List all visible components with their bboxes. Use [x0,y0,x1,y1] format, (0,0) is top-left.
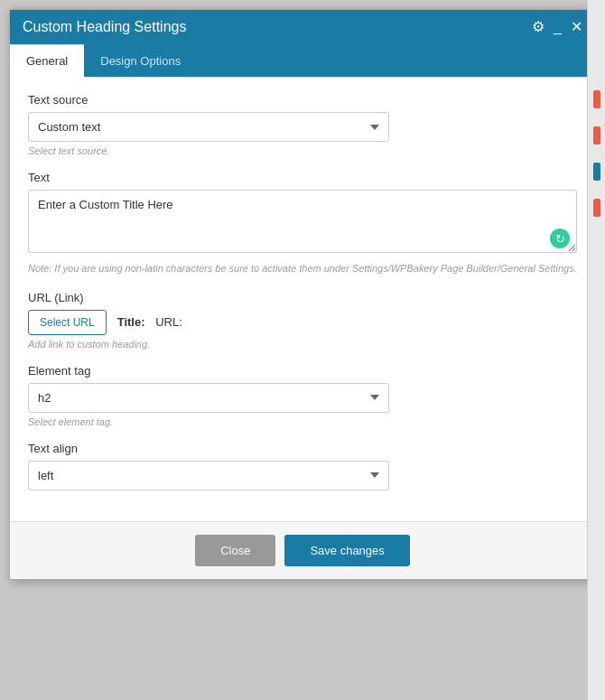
url-label: URL (Link) [28,291,577,304]
dialog-container: Custom Heading Settings ⚙ _ ✕ General De… [9,9,596,580]
text-label: Text [28,171,577,184]
text-input[interactable]: Enter a Custom Title Here [28,190,577,253]
text-source-hint: Select text source. [28,145,577,156]
close-button[interactable]: Close [195,535,275,566]
settings-icon[interactable]: ⚙ [532,20,544,34]
url-field-group: URL (Link) Select URL Title: URL: Add li… [28,291,577,350]
titlebar-controls: ⚙ _ ✕ [532,20,582,34]
right-sidebar [587,0,605,700]
save-button[interactable]: Save changes [284,535,409,566]
close-icon[interactable]: ✕ [571,20,582,34]
text-source-field: Text source Custom text Post title Post … [28,93,577,156]
sidebar-indicator-1 [593,90,600,108]
text-source-select[interactable]: Custom text Post title Post subtitle [28,112,389,142]
url-value-label: URL: [155,315,182,329]
url-row: Select URL Title: URL: [28,310,577,335]
refresh-icon[interactable]: ↻ [550,229,570,248]
text-align-select[interactable]: left center right justify [28,461,389,490]
element-tag-hint: Select element tag. [28,416,577,427]
dialog-titlebar: Custom Heading Settings ⚙ _ ✕ [10,10,595,44]
url-labels: Title: URL: [117,315,182,329]
element-tag-label: Element tag [28,364,577,378]
element-tag-select[interactable]: h1 h2 h3 h4 h5 h6 p div [28,383,389,413]
title-label: Title: [117,315,145,329]
element-tag-field: Element tag h1 h2 h3 h4 h5 h6 p div Sele… [28,364,577,427]
text-source-label: Text source [28,93,577,107]
sidebar-indicator-3 [593,163,600,181]
text-field-group: Text Enter a Custom Title Here ↻ Note: I… [28,171,577,276]
tab-general[interactable]: General [10,44,84,77]
select-url-button[interactable]: Select URL [28,310,107,335]
sidebar-indicator-4 [593,199,600,217]
dialog-title: Custom Heading Settings [23,19,186,35]
dialog-footer: Close Save changes [10,521,595,579]
url-hint: Add link to custom heading. [28,339,577,350]
text-note: Note: If you are using non-latin charact… [28,261,577,276]
tab-design-options[interactable]: Design Options [84,44,197,77]
sidebar-indicator-2 [593,126,600,145]
dialog-body: Text source Custom text Post title Post … [10,77,595,521]
text-align-field: Text align left center right justify [28,442,577,490]
textarea-wrapper: Enter a Custom Title Here ↻ [28,190,577,256]
tabs-container: General Design Options [10,44,595,77]
minimize-icon[interactable]: _ [554,20,562,34]
text-align-label: Text align [28,442,577,455]
